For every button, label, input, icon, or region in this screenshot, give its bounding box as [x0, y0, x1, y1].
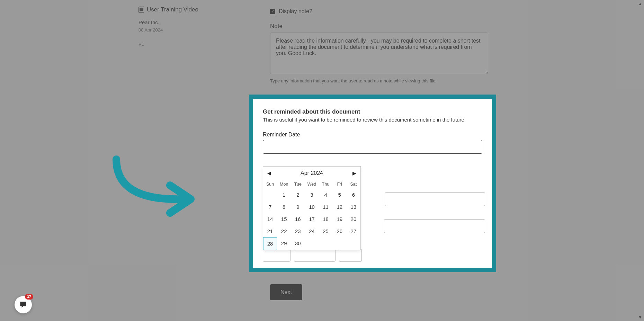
- reminder-date-label: Reminder Date: [263, 132, 482, 138]
- datepicker-day[interactable]: 14: [263, 213, 277, 225]
- note-textarea[interactable]: [270, 33, 488, 74]
- datepicker-day[interactable]: 3: [305, 189, 319, 201]
- reminder-date-input[interactable]: [263, 140, 482, 154]
- note-help-text: Type any information that you want the u…: [270, 78, 609, 83]
- datepicker-day[interactable]: 13: [347, 201, 360, 213]
- datepicker-empty: [263, 189, 277, 201]
- datepicker-day[interactable]: 17: [305, 213, 319, 225]
- datepicker-dow: Sat: [347, 180, 360, 189]
- document-icon: [138, 7, 144, 13]
- datepicker-day[interactable]: 29: [277, 237, 291, 250]
- datepicker-day[interactable]: 18: [319, 213, 333, 225]
- datepicker-day[interactable]: 26: [333, 225, 347, 237]
- datepicker-day[interactable]: 25: [319, 225, 333, 237]
- datepicker-day[interactable]: 1: [277, 189, 291, 201]
- datepicker-day[interactable]: 24: [305, 225, 319, 237]
- datepicker-day[interactable]: 5: [333, 189, 347, 201]
- datepicker-dow: Thu: [319, 180, 333, 189]
- datepicker-dow: Fri: [333, 180, 347, 189]
- datepicker-dow: Tue: [291, 180, 305, 189]
- hidden-input-1[interactable]: [385, 192, 485, 206]
- datepicker-day[interactable]: 23: [291, 225, 305, 237]
- datepicker-day[interactable]: 6: [347, 189, 360, 201]
- chat-badge: 37: [25, 294, 33, 300]
- small-input-a[interactable]: [263, 249, 290, 262]
- reminder-panel: Get reminded about this document This is…: [253, 99, 492, 268]
- document-version: V1: [138, 42, 242, 47]
- datepicker-day[interactable]: 15: [277, 213, 291, 225]
- document-header: User Training Video: [138, 6, 242, 13]
- reminder-title: Get reminded about this document: [263, 108, 482, 115]
- datepicker-day[interactable]: 21: [263, 225, 277, 237]
- datepicker-day[interactable]: 11: [319, 201, 333, 213]
- hidden-input-2[interactable]: [384, 219, 485, 233]
- datepicker-dow: Sun: [263, 180, 277, 189]
- datepicker-day[interactable]: 7: [263, 201, 277, 213]
- next-button[interactable]: Next: [270, 284, 302, 300]
- datepicker-day[interactable]: 19: [333, 213, 347, 225]
- datepicker-day[interactable]: 2: [291, 189, 305, 201]
- datepicker-day[interactable]: 16: [291, 213, 305, 225]
- datepicker-dow: Wed: [305, 180, 319, 189]
- small-input-b[interactable]: [294, 249, 336, 262]
- chat-icon: [19, 300, 28, 309]
- datepicker-day[interactable]: 8: [277, 201, 291, 213]
- display-note-checkbox[interactable]: ✓: [270, 9, 275, 14]
- datepicker-prev[interactable]: ◀: [267, 170, 271, 176]
- display-note-label: Display note?: [279, 8, 312, 15]
- datepicker-day[interactable]: 20: [347, 213, 360, 225]
- document-title: User Training Video: [147, 6, 198, 13]
- chat-widget[interactable]: 37: [15, 296, 32, 313]
- datepicker-next[interactable]: ▶: [352, 170, 356, 176]
- scroll-down-arrow[interactable]: ▼: [638, 315, 643, 320]
- datepicker-day[interactable]: 12: [333, 201, 347, 213]
- datepicker-dow: Mon: [277, 180, 291, 189]
- company-name: Pear Inc.: [138, 19, 242, 25]
- small-input-c[interactable]: [339, 249, 362, 262]
- document-date: 08 Apr 2024: [138, 27, 242, 33]
- datepicker-day[interactable]: 10: [305, 201, 319, 213]
- datepicker-day[interactable]: 27: [347, 225, 360, 237]
- datepicker-day[interactable]: 22: [277, 225, 291, 237]
- datepicker-day[interactable]: 4: [319, 189, 333, 201]
- datepicker-day[interactable]: 9: [291, 201, 305, 213]
- datepicker-day[interactable]: 30: [291, 237, 305, 250]
- note-label: Note: [270, 23, 609, 30]
- datepicker-day[interactable]: 28: [263, 237, 277, 250]
- scroll-up-arrow[interactable]: ▲: [638, 1, 643, 6]
- reminder-subtitle: This is useful if you want to be reminde…: [263, 117, 482, 123]
- datepicker: ◀ Apr 2024 ▶ SunMonTueWedThuFriSat 12345…: [263, 166, 361, 250]
- datepicker-month: Apr 2024: [301, 170, 323, 176]
